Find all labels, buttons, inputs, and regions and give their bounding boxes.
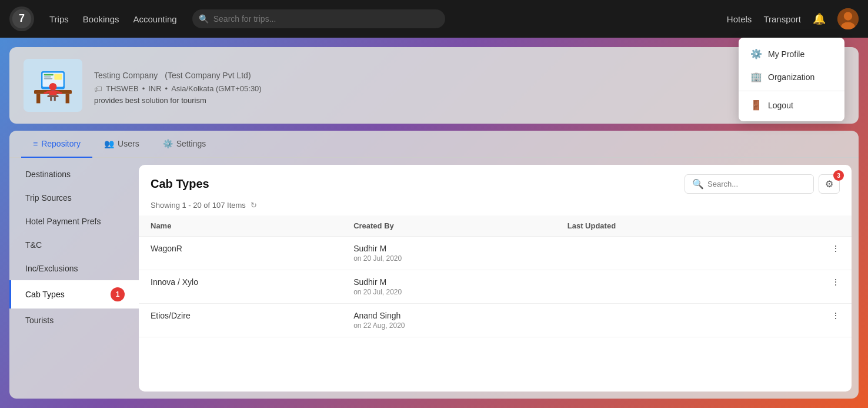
cell-updated-2 bbox=[556, 304, 761, 337]
filter-icon[interactable]: ⚙ 3 bbox=[819, 174, 840, 194]
topnav-bookings[interactable]: Bookings bbox=[82, 12, 121, 26]
sidebar: Destinations Trip Sources Hotel Payment … bbox=[9, 158, 139, 399]
svg-rect-10 bbox=[44, 74, 54, 75]
table-row: WagonR Sudhir M on 20 Jul, 2020 ⋮ bbox=[139, 237, 852, 270]
badge-3: 3 bbox=[833, 170, 844, 181]
row-actions-0[interactable]: ⋮ bbox=[761, 237, 852, 270]
app-logo[interactable]: 7 bbox=[9, 6, 34, 31]
user-avatar[interactable] bbox=[837, 8, 859, 29]
dropdown-organization[interactable]: 🏢 Organization bbox=[739, 65, 844, 88]
dropdown-logout-label: Logout bbox=[768, 101, 793, 110]
company-description: provides best solution for tourism bbox=[94, 96, 262, 105]
svg-point-16 bbox=[49, 83, 57, 91]
content-body: Destinations Trip Sources Hotel Payment … bbox=[9, 158, 859, 399]
tag-icon: 🏷 bbox=[94, 84, 102, 94]
repository-icon: ≡ bbox=[33, 139, 38, 148]
search-container: 🔍 bbox=[192, 9, 446, 28]
topnav-trips[interactable]: Trips bbox=[48, 12, 70, 26]
dropdown-organization-label: Organization bbox=[768, 72, 814, 82]
company-header: Testing Company (Test Company Pvt Ltd) 🏷… bbox=[9, 47, 859, 124]
col-created-by: Created By bbox=[342, 215, 556, 237]
sidebar-item-tourists[interactable]: Tourists bbox=[9, 309, 139, 332]
row-actions-2[interactable]: ⋮ bbox=[761, 304, 852, 337]
table-row: Etios/Dzire Anand Singh on 22 Aug, 2020 … bbox=[139, 304, 852, 337]
table-area: Cab Types 🔍 ⚙ 3 Showing 1 - 20 of 107 It bbox=[139, 165, 852, 392]
dropdown-divider bbox=[739, 91, 844, 91]
profile-icon: ⚙️ bbox=[750, 48, 762, 59]
company-currency: INR bbox=[148, 84, 161, 93]
cell-created-1: Sudhir M on 20 Jul, 2020 bbox=[342, 270, 556, 304]
showing-count: Showing 1 - 20 of 107 Items bbox=[151, 201, 246, 210]
sidebar-item-tc[interactable]: T&C bbox=[9, 233, 139, 257]
company-meta: 🏷 THSWEB • INR • Asia/Kolkata (GMT+05:30… bbox=[94, 84, 262, 94]
table-row: Innova / Xylo Sudhir M on 20 Jul, 2020 ⋮ bbox=[139, 270, 852, 304]
organization-icon: 🏢 bbox=[750, 71, 762, 82]
col-name: Name bbox=[139, 215, 342, 237]
svg-rect-13 bbox=[54, 74, 62, 80]
topnav-right: Hotels Transport 🔔 bbox=[727, 8, 859, 29]
svg-rect-12 bbox=[44, 78, 52, 79]
company-name: Testing Company (Test Company Pvt Ltd) bbox=[94, 67, 262, 82]
cell-updated-0 bbox=[556, 237, 761, 270]
row-actions-1[interactable]: ⋮ bbox=[761, 270, 852, 304]
dropdown-profile-label: My Profile bbox=[768, 49, 804, 59]
sidebar-item-trip-sources[interactable]: Trip Sources bbox=[9, 186, 139, 210]
settings-icon: ⚙️ bbox=[163, 139, 173, 148]
refresh-icon[interactable]: ↻ bbox=[251, 201, 257, 210]
cell-name-2: Etios/Dzire bbox=[139, 304, 342, 337]
content-panel: ≡ Repository 👥 Users ⚙️ Settings Destina… bbox=[9, 131, 859, 399]
topnav-transport[interactable]: Transport bbox=[763, 14, 801, 24]
svg-rect-6 bbox=[36, 94, 40, 103]
tab-settings[interactable]: ⚙️ Settings bbox=[151, 131, 218, 158]
sidebar-item-hotel-payment-prefs[interactable]: Hotel Payment Prefs bbox=[9, 210, 139, 233]
cell-created-0: Sudhir M on 20 Jul, 2020 bbox=[342, 237, 556, 270]
search-box: 🔍 bbox=[685, 174, 814, 194]
svg-rect-22 bbox=[54, 97, 56, 101]
table-header: Cab Types 🔍 ⚙ 3 bbox=[139, 165, 852, 201]
sidebar-item-inc-exclusions[interactable]: Inc/Exclusions bbox=[9, 257, 139, 280]
svg-rect-11 bbox=[44, 77, 51, 78]
tab-users[interactable]: 👥 Users bbox=[92, 131, 151, 158]
tab-repository[interactable]: ≡ Repository bbox=[21, 131, 92, 158]
main-area: Testing Company (Test Company Pvt Ltd) 🏷… bbox=[0, 38, 868, 408]
col-actions bbox=[761, 215, 852, 237]
search-input[interactable] bbox=[192, 9, 446, 28]
company-badge: THSWEB bbox=[106, 84, 139, 93]
search-box-icon: 🔍 bbox=[692, 178, 704, 190]
topnav-accounting[interactable]: Accounting bbox=[132, 12, 178, 26]
cell-name-1: Innova / Xylo bbox=[139, 270, 342, 304]
search-icon: 🔍 bbox=[199, 14, 209, 24]
table-title: Cab Types bbox=[151, 177, 209, 191]
badge-2: 1 bbox=[111, 287, 125, 301]
topnav-hotels[interactable]: Hotels bbox=[727, 14, 752, 24]
cell-name-0: WagonR bbox=[139, 237, 342, 270]
cell-created-2: Anand Singh on 22 Aug, 2020 bbox=[342, 304, 556, 337]
tabs: ≡ Repository 👥 Users ⚙️ Settings bbox=[9, 131, 859, 158]
logout-icon: 🚪 bbox=[750, 99, 762, 111]
sidebar-item-cab-types[interactable]: Cab Types 1 bbox=[9, 280, 139, 309]
dropdown-my-profile[interactable]: ⚙️ My Profile bbox=[739, 42, 844, 65]
data-table: Name Created By Last Updated WagonR Sudh… bbox=[139, 215, 852, 392]
svg-rect-17 bbox=[49, 91, 57, 95]
svg-rect-7 bbox=[66, 94, 69, 103]
col-last-updated: Last Updated bbox=[556, 215, 761, 237]
svg-rect-21 bbox=[50, 97, 52, 101]
company-info: Testing Company (Test Company Pvt Ltd) 🏷… bbox=[94, 67, 262, 105]
svg-rect-20 bbox=[47, 95, 58, 97]
user-dropdown-menu: ⚙️ My Profile 🏢 Organization 🚪 Logout bbox=[739, 38, 844, 121]
sidebar-item-destinations[interactable]: Destinations bbox=[9, 162, 139, 186]
company-timezone: Asia/Kolkata (GMT+05:30) bbox=[171, 84, 262, 93]
company-logo bbox=[24, 59, 82, 112]
svg-point-3 bbox=[844, 12, 852, 20]
users-icon: 👥 bbox=[104, 139, 114, 148]
table-search: 🔍 ⚙ 3 bbox=[685, 174, 840, 194]
svg-text:7: 7 bbox=[19, 12, 25, 24]
dropdown-logout[interactable]: 🚪 Logout bbox=[739, 94, 844, 117]
topnav-links: Trips Bookings Accounting bbox=[48, 12, 178, 26]
table-header-row: Name Created By Last Updated bbox=[139, 215, 852, 237]
topnav: 7 Trips Bookings Accounting 🔍 Hotels Tra… bbox=[0, 0, 868, 38]
cell-updated-1 bbox=[556, 270, 761, 304]
table-search-input[interactable] bbox=[707, 180, 806, 188]
bell-icon[interactable]: 🔔 bbox=[813, 12, 826, 25]
table-subtitle: Showing 1 - 20 of 107 Items ↻ bbox=[139, 201, 852, 215]
